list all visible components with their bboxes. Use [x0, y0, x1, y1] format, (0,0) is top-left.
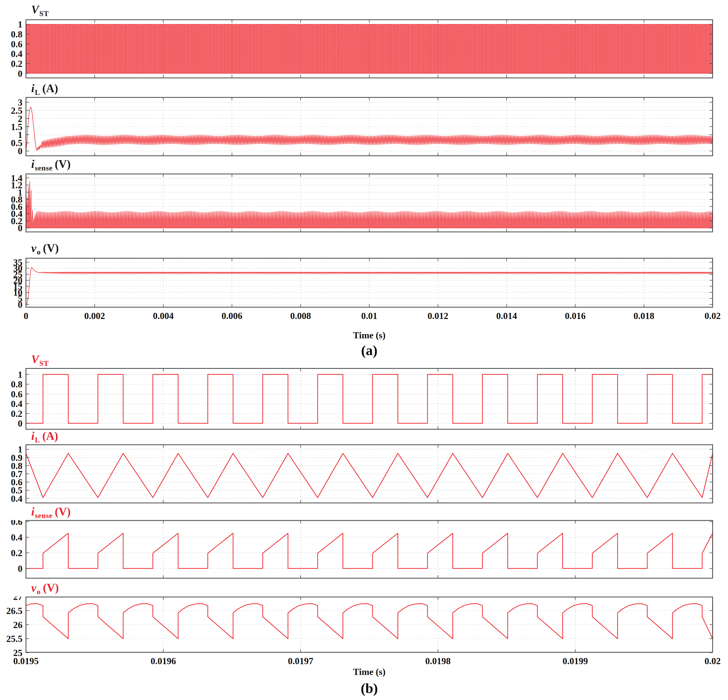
plot-a-vst: 00.20.40.60.81	[0, 19, 728, 78]
y-tick-label: 1	[18, 444, 22, 454]
y-tick-label: 26	[13, 620, 22, 630]
title-unit: (A)	[42, 82, 58, 95]
plot-title-vst-a: VST	[31, 3, 51, 20]
plot-title-il-a: iL(A)	[31, 82, 58, 99]
y-tick-label: 0	[18, 418, 22, 428]
title-unit: (V)	[55, 505, 71, 518]
title-sub: o	[37, 248, 41, 256]
waveform-trace-b-vst	[26, 375, 713, 423]
waveform-trace-a-isense	[26, 181, 713, 228]
title-main: i	[31, 158, 34, 170]
y-tick-label: 0	[18, 564, 22, 574]
plot-title-vo-a: vo(V)	[31, 242, 59, 259]
y-tick-label: 0.4	[11, 49, 23, 59]
title-main: i	[31, 430, 34, 442]
title-main: i	[31, 505, 34, 518]
y-tick-label: 0.4	[11, 399, 23, 409]
plot-b-vo: 2525.52626.5270.01950.01960.01970.01980.…	[0, 597, 728, 674]
waveform-svg-a-vst: 00.20.40.60.81	[0, 19, 728, 78]
y-tick-label: 0.4	[11, 532, 23, 542]
title-unit: (V)	[43, 581, 59, 594]
plot-border	[26, 597, 713, 652]
title-main: v	[31, 581, 36, 594]
x-tick-label: 0.002	[84, 311, 105, 321]
x-tick-label: 0.004	[153, 311, 174, 321]
title-unit: (A)	[42, 430, 58, 442]
plot-title-isense-a: isense(V)	[31, 158, 71, 175]
x-tick-label: 0.018	[634, 311, 654, 321]
x-tick-label: 0.008	[290, 311, 311, 321]
y-tick-label: 35	[13, 258, 22, 268]
plot-title-vst-b: VST	[31, 353, 51, 370]
panel-label-a: (a)	[0, 342, 728, 359]
y-tick-label: 0.8	[11, 29, 23, 39]
y-tick-label: 0.2	[11, 59, 23, 69]
panel-label-b: (b)	[0, 680, 728, 697]
y-tick-label: 1	[18, 19, 22, 29]
waveform-figure: VST iL(A) isense(V) vo(V) 00.20.40.60.81…	[0, 0, 728, 700]
x-tick-label: 0.0196	[151, 656, 176, 666]
plot-border	[26, 445, 713, 503]
plot-border	[26, 258, 713, 307]
y-tick-label: 0.6	[11, 39, 23, 49]
y-tick-label: 0.2	[11, 548, 23, 558]
x-tick-label: 0	[24, 311, 28, 321]
title-main: V	[31, 353, 39, 366]
x-tick-label: 0.01	[361, 311, 377, 321]
title-main: i	[31, 82, 34, 95]
y-tick-label: 25.5	[6, 634, 23, 644]
title-main: v	[31, 242, 36, 254]
x-tick-label: 0.006	[221, 311, 243, 321]
y-tick-label: 0.8	[11, 379, 23, 389]
y-tick-label: 1.4	[11, 174, 23, 183]
waveform-svg-b-vo: 2525.52626.5270.01950.01960.01970.01980.…	[0, 597, 728, 674]
waveform-trace-b-isense	[26, 533, 713, 568]
plot-b-vst: 00.20.40.60.81	[0, 368, 728, 430]
x-tick-label: 0.02	[705, 311, 721, 321]
y-tick-label: 0	[18, 69, 22, 78]
waveform-svg-b-isense: 00.20.40.6	[0, 520, 728, 579]
title-sub: L	[35, 436, 40, 444]
waveform-trace-b-il	[26, 453, 713, 498]
title-sub: sense	[35, 512, 53, 519]
plot-title-il-b: iL(A)	[31, 430, 58, 447]
plot-border	[26, 369, 713, 430]
title-unit: (V)	[55, 158, 71, 170]
y-tick-label: 1	[18, 370, 22, 380]
title-sub: sense	[35, 164, 53, 172]
plot-a-isense: 00.20.40.60.811.21.4	[0, 174, 728, 232]
plot-b-il: 0.40.50.60.70.80.91	[0, 444, 728, 503]
x-tick-label: 0.0199	[563, 656, 588, 666]
x-tick-label: 0.0198	[425, 656, 451, 666]
title-sub: ST	[39, 9, 49, 17]
y-tick-label: 0.6	[11, 389, 23, 399]
plot-title-isense-b: isense(V)	[31, 505, 71, 522]
plot-b-isense: 00.20.40.6	[0, 520, 728, 579]
title-sub: ST	[39, 359, 49, 367]
y-tick-label: 0.6	[11, 520, 23, 527]
waveform-svg-b-vst: 00.20.40.60.81	[0, 368, 728, 430]
x-axis-title-b: Time (s)	[0, 667, 728, 677]
y-tick-label: 27	[13, 597, 22, 602]
x-tick-label: 0.014	[496, 311, 517, 321]
x-tick-label: 0.02	[705, 656, 721, 666]
title-unit: (V)	[43, 242, 59, 254]
waveform-svg-a-vo: 0510152025303500.0020.0040.0060.0080.010…	[0, 258, 728, 328]
y-tick-label: 3	[18, 97, 22, 108]
title-main: V	[31, 3, 39, 16]
plot-title-vo-b: vo(V)	[31, 581, 59, 598]
waveform-svg-a-il: 00.511.522.53	[0, 97, 728, 156]
waveform-trace-b-vo	[26, 604, 713, 639]
waveform-svg-a-isense: 00.20.40.60.811.21.4	[0, 174, 728, 232]
title-sub: L	[35, 88, 40, 96]
y-tick-label: 26.5	[6, 606, 23, 616]
x-axis-title-a: Time (s)	[0, 330, 728, 341]
x-tick-label: 0.016	[565, 311, 586, 321]
waveform-svg-b-il: 0.40.50.60.70.80.91	[0, 444, 728, 503]
y-tick-label: 0.2	[11, 409, 23, 419]
x-tick-label: 0.012	[428, 311, 448, 321]
title-sub: o	[37, 587, 41, 596]
x-tick-label: 0.0197	[288, 656, 313, 666]
plot-border	[26, 521, 713, 579]
plot-a-vo: 0510152025303500.0020.0040.0060.0080.010…	[0, 258, 728, 328]
